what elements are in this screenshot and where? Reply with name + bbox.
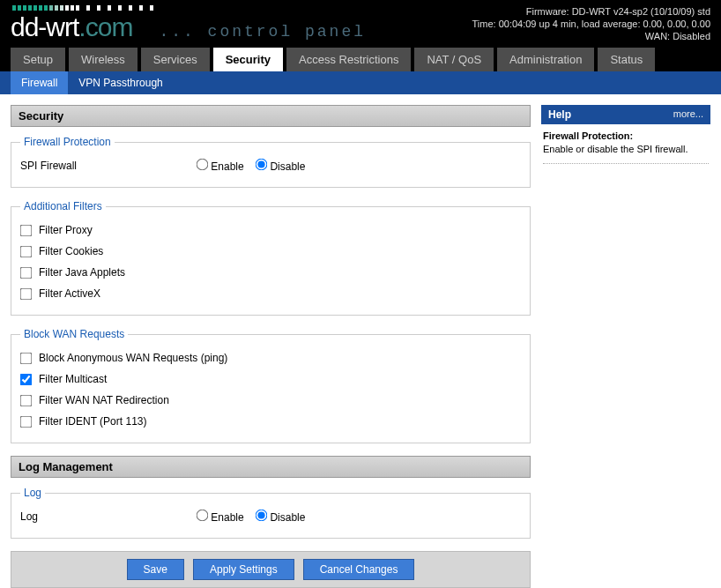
block-wan-checkbox[interactable] bbox=[20, 394, 33, 406]
tab-nat-qos[interactable]: NAT / QoS bbox=[414, 48, 494, 71]
block-wan-label: Block Anonymous WAN Requests (ping) bbox=[39, 352, 227, 364]
help-divider bbox=[543, 163, 709, 164]
logo-bar bbox=[39, 5, 42, 11]
filter-row: Filter Cookies bbox=[20, 241, 521, 262]
tab-setup[interactable]: Setup bbox=[11, 48, 65, 71]
block-wan-label: Filter Multicast bbox=[39, 373, 107, 385]
tab-status[interactable]: Status bbox=[598, 48, 655, 71]
brand-suffix: .com bbox=[78, 12, 132, 42]
help-header: Help more... bbox=[541, 105, 710, 124]
logo-bar bbox=[23, 5, 26, 11]
block-wan-row: Filter WAN NAT Redirection bbox=[20, 390, 521, 411]
label-spi-firewall: SPI Firewall bbox=[20, 160, 197, 172]
logo-bar bbox=[12, 5, 16, 11]
radio-log-disable-text: Disable bbox=[270, 511, 305, 524]
cancel-button[interactable]: Cancel Changes bbox=[303, 559, 415, 580]
logo-bar bbox=[92, 5, 95, 11]
block-wan-row: Filter Multicast bbox=[20, 368, 521, 390]
block-wan-checkbox[interactable] bbox=[20, 352, 33, 364]
logo: dd-wrt.com ... control panel bbox=[11, 12, 366, 42]
filter-checkbox[interactable] bbox=[20, 287, 33, 300]
fieldset-firewall-protection: Firewall Protection SPI Firewall Enable … bbox=[11, 136, 531, 188]
radio-spi-enable-text: Enable bbox=[211, 160, 243, 173]
section-security-header: Security bbox=[11, 105, 531, 127]
wan-text: WAN: Disabled bbox=[472, 30, 711, 42]
logo-bar bbox=[150, 5, 153, 11]
logo-bar bbox=[108, 5, 111, 11]
filter-row: Filter Proxy bbox=[20, 220, 521, 241]
filter-checkbox[interactable] bbox=[20, 266, 33, 279]
header-status: Firmware: DD-WRT v24-sp2 (10/10/09) std … bbox=[472, 5, 711, 42]
tab-access-restrictions[interactable]: Access Restrictions bbox=[286, 48, 411, 71]
filter-checkbox[interactable] bbox=[20, 224, 33, 236]
filter-row: Filter Java Applets bbox=[20, 262, 521, 283]
logo-bar bbox=[86, 5, 90, 11]
radio-spi-disable-label[interactable]: Disable bbox=[256, 160, 305, 173]
logo-bar bbox=[71, 5, 74, 11]
filter-label: Filter Java Applets bbox=[39, 266, 125, 279]
firmware-text: Firmware: DD-WRT v24-sp2 (10/10/09) std bbox=[472, 5, 711, 18]
logo-bars bbox=[12, 5, 153, 11]
save-button[interactable]: Save bbox=[127, 559, 184, 580]
radio-spi-enable[interactable] bbox=[197, 159, 209, 171]
logo-bar bbox=[28, 5, 32, 11]
logo-bar bbox=[97, 5, 100, 11]
main-tabs: SetupWirelessServicesSecurityAccess Rest… bbox=[0, 48, 721, 71]
fieldset-additional-filters: Additional Filters Filter ProxyFilter Co… bbox=[11, 200, 531, 316]
tab-services[interactable]: Services bbox=[141, 48, 210, 71]
brand-main: dd-wrt bbox=[11, 12, 78, 42]
filter-checkbox[interactable] bbox=[20, 245, 33, 257]
logo-bar bbox=[102, 5, 106, 11]
block-wan-label: Filter WAN NAT Redirection bbox=[39, 394, 169, 406]
legend-firewall-protection: Firewall Protection bbox=[20, 136, 115, 148]
apply-button[interactable]: Apply Settings bbox=[193, 559, 294, 580]
radio-spi-disable-text: Disable bbox=[270, 160, 305, 173]
radio-log-enable-label[interactable]: Enable bbox=[197, 511, 244, 524]
help-heading: Firewall Protection: bbox=[543, 130, 709, 143]
logo-bar bbox=[134, 5, 138, 11]
radio-log-disable[interactable] bbox=[256, 510, 268, 522]
logo-bar bbox=[49, 5, 53, 11]
subtab-vpn-passthrough[interactable]: VPN Passthrough bbox=[68, 71, 173, 94]
main-column: Security Firewall Protection SPI Firewal… bbox=[11, 105, 531, 588]
section-log-header: Log Management bbox=[11, 456, 531, 478]
control-panel-label: ... control panel bbox=[159, 23, 366, 41]
radio-spi-enable-label[interactable]: Enable bbox=[197, 160, 244, 173]
logo-bar bbox=[76, 5, 79, 11]
row-spi-firewall: SPI Firewall Enable Disable bbox=[20, 155, 521, 176]
fieldset-block-wan: Block WAN Requests Block Anonymous WAN R… bbox=[11, 328, 531, 443]
subtab-firewall[interactable]: Firewall bbox=[11, 71, 68, 94]
block-wan-checkbox[interactable] bbox=[20, 373, 33, 385]
legend-additional-filters: Additional Filters bbox=[20, 200, 106, 212]
logo-bar bbox=[18, 5, 21, 11]
filter-row: Filter ActiveX bbox=[20, 283, 521, 304]
help-panel: Help more... Firewall Protection: Enable… bbox=[541, 105, 710, 588]
block-wan-checkbox[interactable] bbox=[20, 415, 33, 428]
logo-bar bbox=[118, 5, 122, 11]
logo-bar bbox=[65, 5, 69, 11]
logo-bar bbox=[33, 5, 37, 11]
sub-tabs: FirewallVPN Passthrough bbox=[0, 71, 721, 94]
logo-bar bbox=[55, 5, 58, 11]
radio-spi-disable[interactable] bbox=[256, 159, 268, 171]
logo-bar bbox=[113, 5, 116, 11]
tab-wireless[interactable]: Wireless bbox=[69, 48, 138, 71]
help-more-link[interactable]: more... bbox=[673, 108, 703, 121]
tab-security[interactable]: Security bbox=[213, 48, 283, 71]
help-body: Firewall Protection: Enable or disable t… bbox=[541, 124, 710, 169]
logo-bar bbox=[145, 5, 148, 11]
help-text: Enable or disable the SPI firewall. bbox=[543, 144, 688, 154]
help-title: Help bbox=[548, 108, 571, 121]
time-text: Time: 00:04:09 up 4 min, load average: 0… bbox=[472, 18, 711, 30]
block-wan-row: Block Anonymous WAN Requests (ping) bbox=[20, 347, 521, 368]
block-wan-row: Filter IDENT (Port 113) bbox=[20, 411, 521, 432]
label-log: Log bbox=[20, 510, 197, 523]
legend-block-wan: Block WAN Requests bbox=[20, 328, 128, 340]
tab-administration[interactable]: Administration bbox=[497, 48, 594, 71]
logo-bar bbox=[139, 5, 143, 11]
radio-log-disable-label[interactable]: Disable bbox=[256, 511, 305, 524]
logo-bar bbox=[60, 5, 63, 11]
logo-bar bbox=[44, 5, 48, 11]
filter-label: Filter Proxy bbox=[39, 224, 93, 236]
radio-log-enable[interactable] bbox=[197, 510, 209, 522]
